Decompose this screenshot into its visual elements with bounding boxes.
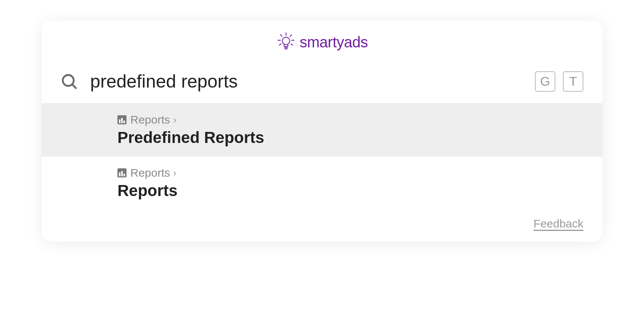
svg-line-6 (291, 44, 293, 45)
search-results: Reports › Predefined Reports Reports › R… (42, 103, 602, 210)
shortcut-key-g[interactable]: G (535, 71, 555, 92)
feedback-link[interactable]: Feedback (533, 217, 583, 230)
svg-point-7 (282, 37, 290, 45)
reports-icon (117, 115, 127, 124)
breadcrumb-label: Reports (130, 166, 170, 179)
result-breadcrumb: Reports › (117, 166, 583, 179)
svg-line-5 (279, 44, 281, 45)
search-input[interactable] (90, 71, 523, 92)
result-title: Reports (117, 182, 583, 200)
shortcut-keys: G T (535, 71, 583, 92)
result-item-reports[interactable]: Reports › Reports (42, 157, 602, 210)
result-title: Predefined Reports (117, 129, 583, 147)
panel-footer: Feedback (42, 210, 602, 242)
shortcut-key-t[interactable]: T (563, 71, 583, 92)
reports-icon (117, 168, 127, 177)
chevron-right-icon: › (173, 114, 177, 126)
breadcrumb-label: Reports (130, 113, 170, 126)
lightbulb-icon (276, 32, 296, 52)
search-icon (61, 73, 78, 90)
brand-name: smartyads (300, 34, 368, 51)
svg-line-11 (72, 84, 76, 88)
svg-line-2 (290, 35, 292, 37)
result-breadcrumb: Reports › (117, 113, 583, 126)
search-input-wrap (90, 71, 523, 92)
search-row: G T (42, 67, 602, 103)
brand-logo: smartyads (276, 32, 368, 52)
svg-line-1 (280, 35, 282, 37)
logo-area: smartyads (42, 21, 602, 67)
chevron-right-icon: › (173, 167, 177, 179)
result-item-predefined-reports[interactable]: Reports › Predefined Reports (42, 104, 602, 157)
search-panel: smartyads G T Reports › Predefined Repor… (42, 21, 602, 242)
